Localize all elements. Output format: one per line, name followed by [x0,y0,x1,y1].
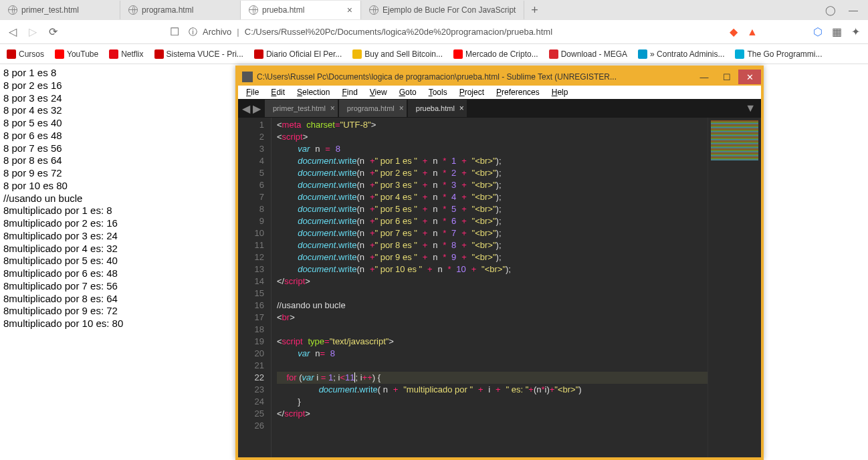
bookmark-item[interactable]: YouTube [55,49,98,59]
forward-button[interactable]: ▷ [27,26,39,38]
globe-icon [369,5,378,15]
favicon [109,49,118,59]
url-prefix: Archivo [203,27,231,37]
favicon [453,49,463,59]
globe-icon [8,5,17,15]
browser-tab-strip: primer_test.htmlprograma.htmlprueba.html… [0,0,868,20]
sublime-close-button[interactable]: ✕ [738,70,761,84]
bookmark-item[interactable]: Diario Oficial El Per... [254,49,342,59]
close-icon[interactable]: × [347,5,352,15]
sublime-tab-menu-icon[interactable]: ▼ [740,102,761,114]
editor-tab[interactable]: prueba.html× [408,100,467,117]
bookmark-item[interactable]: Cursos [7,49,44,59]
favicon [254,49,263,59]
line-gutter[interactable]: 1234567891011121314151617181920212223242… [238,118,272,457]
translate-icon[interactable]: ⬡ [812,26,824,38]
sublime-maximize-button[interactable]: ☐ [716,70,738,84]
bookmark-label: Diario Oficial El Per... [266,49,342,59]
editor-tab-label: prueba.html [416,104,455,112]
reader-icon[interactable]: ▦ [831,26,843,38]
menu-item-selection[interactable]: Selection [292,86,335,98]
editor-tab-label: programa.html [347,104,395,112]
bookmark-label: YouTube [67,49,98,59]
favicon [55,49,64,59]
sublime-tab-back-icon[interactable]: ◀ [242,102,250,115]
tab-title: programa.html [142,5,193,15]
menu-item-tools[interactable]: Tools [423,86,453,98]
favicon [352,49,362,59]
browser-tab[interactable]: primer_test.html [0,1,120,19]
favicon [638,49,647,59]
bookmark-label: Mercado de Cripto... [465,49,538,59]
favicon [7,49,16,59]
menu-item-find[interactable]: Find [336,86,362,98]
brave-logo-icon[interactable]: ▲ [746,26,758,38]
tab-title: primer_test.html [21,5,79,15]
bookmark-item[interactable]: Netflix [109,49,143,59]
browser-tab[interactable]: Ejemplo de Bucle For Con JavaScript [361,1,524,19]
sublime-window: C:\Users\Russel Pc\Documents\logica de p… [235,66,764,460]
editor-tab[interactable]: programa.html× [339,100,407,117]
bookmark-label: Buy and Sell Bitcoin... [364,49,443,59]
bookmark-label: Netflix [121,49,143,59]
bookmark-label: Cursos [19,49,44,59]
code-editor[interactable]: <meta charset="UTF-8"> <script> var n = … [272,118,708,457]
sublime-menubar: FileEditSelectionFindViewGotoToolsProjec… [238,86,761,99]
menu-item-view[interactable]: View [364,86,393,98]
bookmark-item[interactable]: » Contrato Adminis... [638,49,724,59]
bookmark-label: Sistema VUCE - Pri... [167,49,243,59]
account-icon[interactable]: ◯ [823,2,839,18]
bookmark-label: The Go Programmi... [747,49,822,59]
page-body: 8 por 1 es 88 por 2 es 168 por 3 es 248 … [3,67,123,330]
bookmark-label: Download - MEGA [561,49,627,59]
menu-item-project[interactable]: Project [454,86,490,98]
reload-button[interactable]: ⟳ [47,26,59,38]
minimap[interactable] [708,118,761,457]
bookmark-item[interactable]: Buy and Sell Bitcoin... [352,49,443,59]
bookmark-label: » Contrato Adminis... [650,49,724,59]
bookmark-item[interactable]: The Go Programmi... [735,49,822,59]
info-icon: ⓘ [189,26,197,38]
tab-title: prueba.html [262,5,304,15]
close-icon[interactable]: × [399,104,404,113]
browser-toolbar: ◁ ▷ ⟳ ☐ ⓘ Archivo | C:/Users/Russel%20Pc… [0,20,868,44]
extensions-icon[interactable]: ✦ [849,26,861,38]
menu-item-file[interactable]: File [241,86,264,98]
globe-icon [249,5,258,15]
editor-tab-label: primer_test.html [273,104,326,112]
editor-tab[interactable]: primer_test.html× [265,100,338,117]
bookmark-item[interactable]: Mercado de Cripto... [453,49,538,59]
bookmark-icon[interactable]: ☐ [169,26,181,38]
close-icon[interactable]: × [459,104,464,113]
sublime-app-icon [242,72,253,82]
browser-tab[interactable]: prueba.html× [241,1,361,19]
menu-item-preferences[interactable]: Preferences [491,86,545,98]
new-tab-button[interactable]: + [524,3,544,17]
favicon [549,49,558,59]
url-text: C:/Users/Russel%20Pc/Documents/logica%20… [245,27,552,37]
sublime-titlebar[interactable]: C:\Users\Russel Pc\Documents\logica de p… [238,68,761,86]
globe-icon [128,5,138,15]
sublime-tab-fwd-icon[interactable]: ▶ [253,102,261,115]
back-button[interactable]: ◁ [7,26,19,38]
tab-title: Ejemplo de Bucle For Con JavaScript [383,5,516,15]
sublime-title-text: C:\Users\Russel Pc\Documents\logica de p… [257,72,617,82]
close-icon[interactable]: × [330,104,335,113]
bookmark-item[interactable]: Download - MEGA [549,49,627,59]
bookmarks-bar: CursosYouTubeNetflixSistema VUCE - Pri..… [0,44,868,64]
address-bar[interactable]: ⓘ Archivo | C:/Users/Russel%20Pc/Documen… [189,26,720,38]
menu-item-goto[interactable]: Goto [394,86,422,98]
menu-item-help[interactable]: Help [546,86,574,98]
menu-item-edit[interactable]: Edit [265,86,290,98]
minimize-button[interactable]: — [845,2,861,18]
favicon [154,49,164,59]
browser-tab[interactable]: programa.html [120,1,241,19]
favicon [735,49,744,59]
sublime-tab-strip: ◀ ▶ primer_test.html×programa.html×prueb… [238,99,761,118]
brave-shield-icon[interactable]: ◆ [728,26,740,38]
sublime-minimize-button[interactable]: — [693,70,716,84]
bookmark-item[interactable]: Sistema VUCE - Pri... [154,49,243,59]
